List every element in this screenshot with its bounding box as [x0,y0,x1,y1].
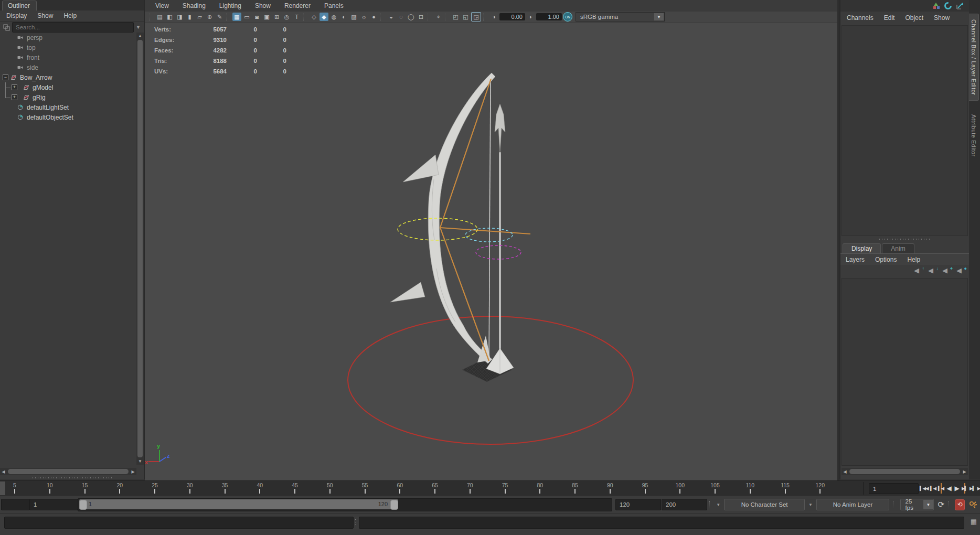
textured-icon[interactable]: ◍ [329,13,338,21]
arc-falloff-icon[interactable] [944,2,953,10]
smooth-shade-icon[interactable]: ◆ [319,13,328,21]
gamma-field[interactable]: 1.00 [536,13,562,20]
outliner-tab[interactable]: Outliner [2,1,37,10]
expand-icon[interactable]: + [12,84,17,90]
outliner-menu-display[interactable]: Display [6,12,27,19]
resolution-gate-icon[interactable]: ◙ [252,13,261,21]
film-gate-icon[interactable]: ▭ [242,13,251,21]
panel-splitter[interactable] [841,237,968,241]
xray-icon[interactable]: ▨ [349,13,358,21]
new-layer-from-selected-icon[interactable]: ◀● [956,267,966,274]
outliner-item-persp[interactable]: persp [0,33,136,42]
layer-editor-menu-help[interactable]: Help [907,256,920,263]
motion-blur-icon[interactable]: ◌ [397,13,406,21]
play-backwards-button[interactable]: ◀ [945,483,953,494]
anim-start-field[interactable] [1,499,30,510]
viewport-menu-view[interactable]: View [155,2,169,9]
character-set-dropdown-icon[interactable]: ▼ [716,502,720,507]
scroll-up-icon[interactable]: ▲ [136,33,144,39]
fps-select[interactable]: 25 fps ▼ [900,499,934,510]
search-input[interactable] [12,22,134,33]
channel-box-menu-show[interactable]: Show [934,14,950,22]
panel-resize-grip[interactable] [31,477,112,479]
scroll-left-icon[interactable]: ◀ [0,469,7,474]
channel-box-list[interactable] [841,25,968,236]
range-start-handle[interactable] [79,500,87,510]
outliner-menu-show[interactable]: Show [37,12,53,19]
command-line-input[interactable] [4,517,354,529]
rotate-ring-magenta[interactable] [476,245,521,259]
pan-zoom-icon[interactable]: ⊕ [205,13,214,21]
scroll-right-icon[interactable]: ▶ [961,469,968,474]
outliner-item-front[interactable]: front [0,52,136,62]
playback-end-field[interactable]: 120 [615,499,661,510]
animation-preferences-button[interactable] [968,500,978,510]
use-default-material-icon[interactable]: ◐ [339,13,348,21]
graph-arrow-icon[interactable] [956,2,965,10]
tab-channel-box-layer-editor[interactable]: Channel Box / Layer Editor [969,14,979,101]
view-transform-select[interactable]: sRGB gamma▼ [576,12,665,22]
collapse-icon[interactable]: − [3,74,8,80]
image-plane-icon[interactable]: ▱ [195,13,204,21]
step-forward-key-button[interactable]: ▶▍ [961,483,968,494]
scrollbar-thumb[interactable] [8,469,129,474]
command-line-resize-grip[interactable] [355,518,357,527]
current-frame-field[interactable]: 1 [869,483,919,494]
move-layer-up-icon[interactable]: ◀↑ [914,267,923,274]
outliner-item-defaultobjectset[interactable]: defaultObjectSet [0,112,136,122]
gate-mask-icon[interactable]: ▣ [262,13,271,21]
bookmark-icon[interactable]: ▮ [185,13,194,21]
grease-pencil-icon[interactable]: ✎ [215,13,224,21]
outliner-horizontal-scrollbar[interactable]: ◀ ▶ [0,468,136,475]
lock-camera-icon[interactable]: ◧ [165,13,174,21]
current-time-indicator[interactable] [0,482,5,495]
range-slider-track[interactable]: 1 120 [78,498,612,511]
anim-layer-select[interactable]: No Anim Layer [816,499,889,510]
layer-editor-menu-options[interactable]: Options [875,256,897,263]
color-management-toggle[interactable]: ON [563,12,572,22]
outliner-item-side[interactable]: side [0,62,136,72]
outliner-menu-help[interactable]: Help [63,12,77,19]
viewport-renderer-icon[interactable]: ◲ [471,12,481,22]
depth-peeling-icon[interactable]: ⊡ [417,13,425,21]
tab-attribute-editor[interactable]: Attribute Editor [969,109,978,162]
range-end-handle[interactable] [390,500,398,510]
anim-layer-dropdown-icon[interactable]: ▼ [808,502,813,507]
scroll-down-icon[interactable]: ▼ [136,458,144,465]
outliner-item-top[interactable]: top [0,42,136,52]
layer-editor-tab-anim[interactable]: Anim [882,243,914,253]
go-to-start-button[interactable]: ▍◀◀ [919,483,929,494]
frame-all-icon[interactable]: ◰ [451,13,460,21]
anim-end-field[interactable]: 200 [662,499,707,510]
go-to-end-button[interactable]: ▶▶▍ [977,483,980,494]
viewport-menu-panels[interactable]: Panels [324,2,344,9]
exposure-field[interactable]: 0.00 [499,13,525,20]
safe-action-icon[interactable]: ◎ [282,13,291,21]
anti-aliasing-icon[interactable]: ◯ [407,13,416,21]
channel-box-menu-channels[interactable]: Channels [847,14,874,22]
safe-title-icon[interactable]: T [292,13,301,21]
shadows-icon[interactable]: ● [369,13,378,21]
search-options-dropdown-icon[interactable]: ▼ [136,25,141,30]
scroll-left-icon[interactable]: ◀ [841,469,848,474]
layer-editor-menu-layers[interactable]: Layers [846,256,865,263]
contrast-icon[interactable]: ◗ [526,13,535,21]
viewport-menu-lighting[interactable]: Lighting [219,2,241,9]
frame-selection-icon[interactable]: ◱ [461,13,470,21]
occlusion-icon[interactable]: ◒ [387,13,396,21]
step-back-frame-button[interactable]: ▍◀ [930,483,937,494]
character-set-select[interactable]: No Character Set [724,499,805,510]
playback-range[interactable]: 1 120 [79,499,398,509]
move-layer-down-icon[interactable]: ◀↓ [928,267,938,274]
playback-loop-toggle[interactable]: ⟳ [938,500,944,509]
outliner-item-bow-arrow[interactable]: −Bow_Arrow [0,72,136,82]
new-empty-layer-icon[interactable]: ◀+ [942,267,952,274]
outliner-item-gmodel[interactable]: +gModel [0,82,136,92]
exposure-icon[interactable]: ◑ [489,13,498,21]
grid-icon[interactable]: ▦ [232,13,241,21]
step-back-key-button[interactable]: ▍◀ [938,483,945,494]
layer-editor-horizontal-scrollbar[interactable]: ◀ ▶ [841,468,968,475]
outliner-vertical-scrollbar[interactable]: ▲ ▼ [136,33,144,465]
channel-box-menu-edit[interactable]: Edit [884,14,895,22]
isolate-select-icon[interactable]: ⌖ [434,13,443,21]
